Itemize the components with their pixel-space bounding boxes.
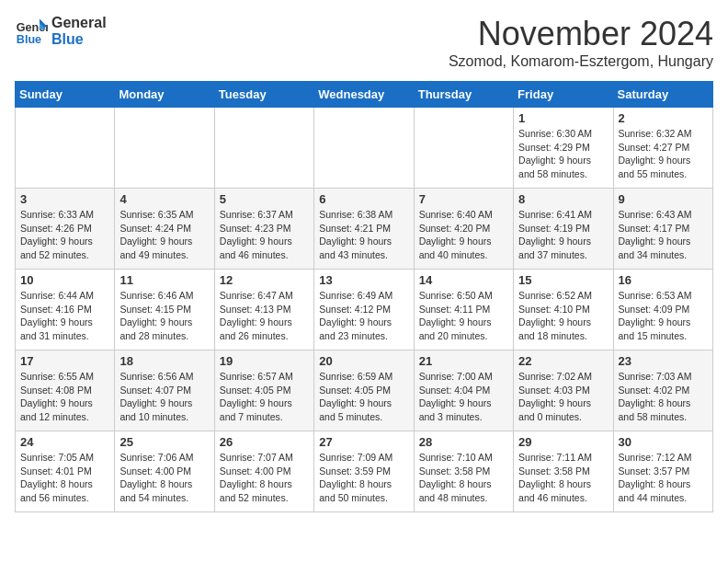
day-number: 13 — [319, 273, 408, 287]
day-info: Sunrise: 7:09 AM Sunset: 3:59 PM Dayligh… — [319, 451, 408, 505]
day-number: 4 — [119, 192, 209, 206]
week-row-3: 10Sunrise: 6:44 AM Sunset: 4:16 PM Dayli… — [16, 270, 713, 350]
week-row-2: 3Sunrise: 6:33 AM Sunset: 4:26 PM Daylig… — [16, 189, 713, 270]
day-cell: 3Sunrise: 6:33 AM Sunset: 4:26 PM Daylig… — [16, 189, 115, 270]
day-cell: 24Sunrise: 7:05 AM Sunset: 4:01 PM Dayli… — [16, 431, 115, 512]
day-cell: 26Sunrise: 7:07 AM Sunset: 4:00 PM Dayli… — [214, 431, 313, 512]
day-cell: 9Sunrise: 6:43 AM Sunset: 4:17 PM Daylig… — [613, 189, 712, 270]
day-info: Sunrise: 7:06 AM Sunset: 4:00 PM Dayligh… — [119, 451, 209, 505]
day-cell: 20Sunrise: 6:59 AM Sunset: 4:05 PM Dayli… — [314, 350, 414, 431]
column-header-friday: Friday — [514, 82, 613, 108]
day-cell: 4Sunrise: 6:35 AM Sunset: 4:24 PM Daylig… — [115, 189, 214, 270]
day-info: Sunrise: 6:32 AM Sunset: 4:27 PM Dayligh… — [619, 127, 708, 181]
day-cell: 16Sunrise: 6:53 AM Sunset: 4:09 PM Dayli… — [613, 270, 712, 350]
day-cell: 2Sunrise: 6:32 AM Sunset: 4:27 PM Daylig… — [613, 108, 712, 189]
day-number: 27 — [319, 435, 408, 449]
day-number: 17 — [20, 354, 109, 368]
page-subtitle: Szomod, Komarom-Esztergom, Hungary — [449, 53, 713, 70]
day-cell: 21Sunrise: 7:00 AM Sunset: 4:04 PM Dayli… — [414, 350, 513, 431]
day-cell: 1Sunrise: 6:30 AM Sunset: 4:29 PM Daylig… — [514, 108, 613, 189]
day-info: Sunrise: 6:40 AM Sunset: 4:20 PM Dayligh… — [419, 208, 508, 262]
day-number: 16 — [619, 273, 708, 287]
day-cell — [115, 108, 214, 189]
day-cell — [414, 108, 513, 189]
day-info: Sunrise: 6:55 AM Sunset: 4:08 PM Dayligh… — [20, 370, 109, 424]
day-cell: 23Sunrise: 7:03 AM Sunset: 4:02 PM Dayli… — [613, 350, 712, 431]
day-cell: 12Sunrise: 6:47 AM Sunset: 4:13 PM Dayli… — [214, 270, 313, 350]
day-info: Sunrise: 6:57 AM Sunset: 4:05 PM Dayligh… — [220, 370, 309, 424]
day-info: Sunrise: 7:10 AM Sunset: 3:58 PM Dayligh… — [419, 451, 508, 505]
day-info: Sunrise: 7:12 AM Sunset: 3:57 PM Dayligh… — [619, 451, 708, 505]
column-header-wednesday: Wednesday — [314, 82, 414, 108]
column-header-saturday: Saturday — [613, 82, 712, 108]
day-number: 3 — [20, 192, 109, 206]
day-info: Sunrise: 6:37 AM Sunset: 4:23 PM Dayligh… — [220, 208, 309, 262]
day-number: 25 — [119, 435, 209, 449]
day-info: Sunrise: 7:00 AM Sunset: 4:04 PM Dayligh… — [419, 370, 508, 424]
day-cell: 8Sunrise: 6:41 AM Sunset: 4:19 PM Daylig… — [514, 189, 613, 270]
logo: General Blue General Blue — [15, 15, 107, 48]
day-cell: 10Sunrise: 6:44 AM Sunset: 4:16 PM Dayli… — [16, 270, 115, 350]
day-info: Sunrise: 6:41 AM Sunset: 4:19 PM Dayligh… — [518, 208, 608, 262]
day-info: Sunrise: 7:05 AM Sunset: 4:01 PM Dayligh… — [20, 451, 109, 505]
day-number: 26 — [220, 435, 309, 449]
day-number: 12 — [220, 273, 309, 287]
day-info: Sunrise: 6:50 AM Sunset: 4:11 PM Dayligh… — [419, 289, 508, 343]
day-number: 14 — [419, 273, 508, 287]
day-number: 19 — [220, 354, 309, 368]
day-info: Sunrise: 6:43 AM Sunset: 4:17 PM Dayligh… — [619, 208, 708, 262]
column-header-thursday: Thursday — [414, 82, 513, 108]
week-row-4: 17Sunrise: 6:55 AM Sunset: 4:08 PM Dayli… — [16, 350, 713, 431]
day-cell — [314, 108, 414, 189]
day-info: Sunrise: 7:02 AM Sunset: 4:03 PM Dayligh… — [518, 370, 608, 424]
day-cell — [214, 108, 313, 189]
column-header-tuesday: Tuesday — [214, 82, 313, 108]
day-info: Sunrise: 6:33 AM Sunset: 4:26 PM Dayligh… — [20, 208, 109, 262]
day-number: 22 — [518, 354, 608, 368]
day-cell: 30Sunrise: 7:12 AM Sunset: 3:57 PM Dayli… — [613, 431, 712, 512]
day-number: 10 — [20, 273, 109, 287]
day-number: 24 — [20, 435, 109, 449]
day-info: Sunrise: 6:35 AM Sunset: 4:24 PM Dayligh… — [119, 208, 209, 262]
day-number: 8 — [518, 192, 608, 206]
day-number: 28 — [419, 435, 508, 449]
day-cell: 6Sunrise: 6:38 AM Sunset: 4:21 PM Daylig… — [314, 189, 414, 270]
day-cell: 28Sunrise: 7:10 AM Sunset: 3:58 PM Dayli… — [414, 431, 513, 512]
day-number: 5 — [220, 192, 309, 206]
day-cell: 5Sunrise: 6:37 AM Sunset: 4:23 PM Daylig… — [214, 189, 313, 270]
day-cell: 29Sunrise: 7:11 AM Sunset: 3:58 PM Dayli… — [514, 431, 613, 512]
day-number: 29 — [518, 435, 608, 449]
day-info: Sunrise: 7:11 AM Sunset: 3:58 PM Dayligh… — [518, 451, 608, 505]
day-info: Sunrise: 6:44 AM Sunset: 4:16 PM Dayligh… — [20, 289, 109, 343]
header: General Blue General Blue November 2024 … — [15, 15, 713, 70]
day-cell: 14Sunrise: 6:50 AM Sunset: 4:11 PM Dayli… — [414, 270, 513, 350]
title-section: November 2024 Szomod, Komarom-Esztergom,… — [449, 15, 713, 70]
day-cell: 25Sunrise: 7:06 AM Sunset: 4:00 PM Dayli… — [115, 431, 214, 512]
day-cell: 15Sunrise: 6:52 AM Sunset: 4:10 PM Dayli… — [514, 270, 613, 350]
day-info: Sunrise: 7:03 AM Sunset: 4:02 PM Dayligh… — [619, 370, 708, 424]
day-number: 30 — [619, 435, 708, 449]
logo-text-general: General — [51, 15, 107, 31]
day-info: Sunrise: 6:56 AM Sunset: 4:07 PM Dayligh… — [119, 370, 209, 424]
day-info: Sunrise: 6:46 AM Sunset: 4:15 PM Dayligh… — [119, 289, 209, 343]
column-header-monday: Monday — [115, 82, 214, 108]
day-number: 20 — [319, 354, 408, 368]
page-title: November 2024 — [449, 15, 713, 53]
svg-text:Blue: Blue — [17, 33, 41, 46]
day-number: 7 — [419, 192, 508, 206]
calendar-table: SundayMondayTuesdayWednesdayThursdayFrid… — [15, 81, 713, 512]
day-number: 21 — [419, 354, 508, 368]
day-info: Sunrise: 6:47 AM Sunset: 4:13 PM Dayligh… — [220, 289, 309, 343]
day-number: 9 — [619, 192, 708, 206]
day-info: Sunrise: 6:30 AM Sunset: 4:29 PM Dayligh… — [518, 127, 608, 181]
day-cell: 27Sunrise: 7:09 AM Sunset: 3:59 PM Dayli… — [314, 431, 414, 512]
day-cell: 17Sunrise: 6:55 AM Sunset: 4:08 PM Dayli… — [16, 350, 115, 431]
day-number: 6 — [319, 192, 408, 206]
day-number: 18 — [119, 354, 209, 368]
day-cell: 13Sunrise: 6:49 AM Sunset: 4:12 PM Dayli… — [314, 270, 414, 350]
day-info: Sunrise: 7:07 AM Sunset: 4:00 PM Dayligh… — [220, 451, 309, 505]
day-info: Sunrise: 6:59 AM Sunset: 4:05 PM Dayligh… — [319, 370, 408, 424]
day-number: 11 — [119, 273, 209, 287]
week-row-5: 24Sunrise: 7:05 AM Sunset: 4:01 PM Dayli… — [16, 431, 713, 512]
day-cell: 18Sunrise: 6:56 AM Sunset: 4:07 PM Dayli… — [115, 350, 214, 431]
